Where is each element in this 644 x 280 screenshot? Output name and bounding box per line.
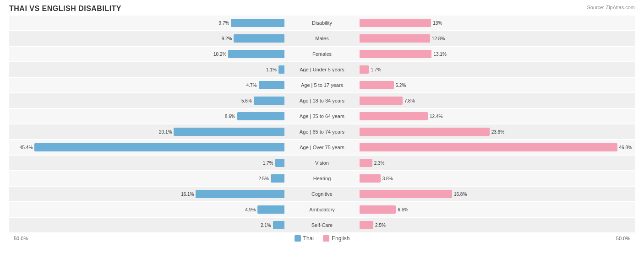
- bar-right-container: 13%: [359, 16, 635, 30]
- english-label: English: [332, 235, 349, 242]
- english-value: 23.6%: [491, 129, 504, 135]
- english-bar: [360, 128, 490, 136]
- chart-row: 1.1% Age | Under 5 years 1.7%: [9, 62, 635, 77]
- chart-row: 8.6% Age | 35 to 64 years 12.4%: [9, 109, 635, 124]
- chart-row: 9.7% Disability 13%: [9, 16, 635, 30]
- thai-bar: [273, 221, 284, 229]
- chart-row: 45.4% Age | Over 75 years 46.8%: [9, 140, 635, 155]
- english-value: 13.1%: [433, 52, 446, 57]
- english-bar: [360, 205, 396, 214]
- english-value: 6.2%: [396, 83, 406, 88]
- english-bar: [360, 159, 372, 167]
- bar-right-container: 13.1%: [359, 47, 635, 61]
- legend: Thai English: [295, 235, 350, 242]
- thai-bar: [196, 190, 284, 198]
- english-value: 13%: [433, 21, 442, 26]
- thai-value: 16.1%: [181, 192, 194, 197]
- english-value: 12.8%: [432, 36, 445, 41]
- chart-row: 4.7% Age | 5 to 17 years 6.2%: [9, 78, 635, 92]
- row-label: Age | Over 75 years: [285, 145, 359, 150]
- thai-value: 9.7%: [219, 21, 229, 26]
- chart-row: 2.5% Hearing 3.8%: [9, 171, 635, 186]
- english-bar: [360, 112, 428, 120]
- source-label: Source: ZipAtlas.com: [587, 5, 635, 10]
- thai-value: 2.1%: [261, 223, 271, 228]
- chart-row: 9.2% Males 12.8%: [9, 31, 635, 46]
- english-value: 6.6%: [398, 207, 408, 212]
- thai-value: 9.2%: [222, 36, 232, 41]
- english-value: 46.8%: [619, 145, 632, 150]
- thai-bar: [174, 128, 284, 136]
- english-value: 2.5%: [375, 223, 386, 228]
- thai-value: 1.1%: [266, 67, 277, 72]
- thai-color-box: [295, 235, 301, 242]
- thai-value: 10.2%: [213, 52, 226, 57]
- bar-left-container: 45.4%: [9, 140, 285, 155]
- thai-value: 8.6%: [225, 114, 235, 119]
- thai-value: 1.7%: [263, 161, 273, 166]
- thai-bar: [228, 50, 284, 58]
- bar-left-container: 9.2%: [9, 31, 285, 46]
- english-bar: [360, 65, 369, 74]
- thai-value: 2.5%: [258, 176, 269, 181]
- english-value: 7.8%: [404, 98, 415, 103]
- thai-value: 20.1%: [159, 129, 172, 135]
- thai-bar: [275, 159, 284, 167]
- bar-left-container: 10.2%: [9, 47, 285, 61]
- bar-right-container: 7.8%: [359, 93, 635, 108]
- thai-value: 45.4%: [20, 145, 33, 150]
- row-label: Vision: [285, 160, 359, 166]
- bar-left-container: 1.1%: [9, 62, 285, 77]
- bar-right-container: 3.8%: [359, 171, 635, 186]
- footer-right-value: 50.0%: [616, 236, 630, 241]
- bar-left-container: 5.6%: [9, 93, 285, 108]
- thai-bar: [234, 34, 284, 43]
- english-bar: [360, 97, 403, 105]
- english-bar: [360, 81, 394, 89]
- bar-right-container: 12.8%: [359, 31, 635, 46]
- thai-value: 4.9%: [245, 207, 256, 212]
- thai-bar: [237, 112, 284, 120]
- thai-bar: [231, 19, 284, 27]
- thai-value: 5.6%: [241, 98, 252, 103]
- bar-right-container: 6.6%: [359, 202, 635, 217]
- bar-right-container: 12.4%: [359, 109, 635, 124]
- thai-bar: [254, 97, 284, 105]
- chart-row: 2.1% Self-Care 2.5%: [9, 218, 635, 232]
- chart-row: 10.2% Females 13.1%: [9, 47, 635, 61]
- english-bar: [360, 34, 430, 43]
- english-bar: [360, 50, 431, 58]
- row-label: Hearing: [285, 176, 359, 181]
- row-label: Age | Under 5 years: [285, 67, 359, 72]
- bar-right-container: 2.5%: [359, 218, 635, 232]
- thai-bar: [259, 81, 284, 89]
- chart-row: 20.1% Age | 65 to 74 years 23.6%: [9, 124, 635, 139]
- bar-left-container: 4.7%: [9, 78, 285, 92]
- legend-english: English: [323, 235, 349, 242]
- thai-bar: [271, 174, 284, 183]
- row-label: Age | 65 to 74 years: [285, 129, 359, 135]
- legend-thai: Thai: [295, 235, 314, 242]
- english-bar: [360, 19, 431, 27]
- bar-right-container: 16.8%: [359, 187, 635, 201]
- bar-right-container: 23.6%: [359, 124, 635, 139]
- chart-area: 9.7% Disability 13% 9.2% Males: [9, 16, 635, 232]
- thai-bar: [257, 205, 284, 214]
- chart-title: Thai vs English Disability: [9, 5, 635, 13]
- chart-row: 1.7% Vision 2.3%: [9, 156, 635, 170]
- english-bar: [360, 221, 373, 229]
- thai-label: Thai: [303, 235, 314, 242]
- chart-container: Thai vs English Disability Source: ZipAt…: [0, 0, 644, 280]
- row-label: Age | 35 to 64 years: [285, 113, 359, 119]
- bar-right-container: 6.2%: [359, 78, 635, 92]
- bar-left-container: 8.6%: [9, 109, 285, 124]
- english-value: 1.7%: [371, 67, 381, 72]
- bar-right-container: 1.7%: [359, 62, 635, 77]
- row-label: Ambulatory: [285, 207, 359, 212]
- english-value: 16.8%: [454, 192, 467, 197]
- bar-left-container: 16.1%: [9, 187, 285, 201]
- chart-footer: 50.0% Thai English 50.0%: [9, 235, 635, 242]
- bar-left-container: 2.5%: [9, 171, 285, 186]
- thai-value: 4.7%: [246, 83, 257, 88]
- bar-right-container: 46.8%: [359, 140, 635, 155]
